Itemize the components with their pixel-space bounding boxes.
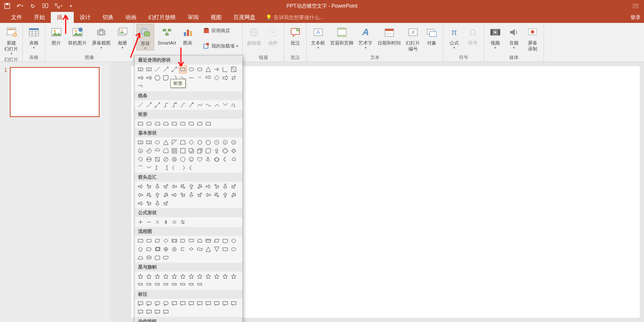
shape-block_arrows-22[interactable] <box>221 191 229 199</box>
tab-review[interactable]: 审阅 <box>182 12 205 23</box>
touch-mode-icon[interactable]: ▾ <box>53 1 63 11</box>
shape-block_arrows-0[interactable] <box>136 182 144 190</box>
shape-stars-14[interactable] <box>153 281 161 289</box>
shape-callouts-14[interactable] <box>153 308 161 316</box>
shape-flowchart-26[interactable] <box>153 254 161 262</box>
shape-recent-10[interactable] <box>221 65 229 73</box>
shape-recent-2[interactable] <box>153 65 161 73</box>
shape-flowchart-9[interactable] <box>213 237 221 245</box>
shape-lines-9[interactable] <box>213 101 221 109</box>
shape-lines-6[interactable] <box>187 101 195 109</box>
video-button[interactable]: 视频 ▾ <box>487 24 504 50</box>
shape-block_arrows-16[interactable] <box>170 191 178 199</box>
start-slideshow-icon[interactable] <box>41 1 50 11</box>
shape-basic-35[interactable] <box>230 155 238 163</box>
shape-basic-13[interactable] <box>145 147 153 155</box>
shape-lines-1[interactable] <box>145 101 153 109</box>
smartart-button[interactable]: SmartArt <box>156 24 178 46</box>
shape-recent-7[interactable] <box>196 65 204 73</box>
shape-stars-18[interactable] <box>187 281 195 289</box>
tab-slideshow[interactable]: 幻灯片放映 <box>142 12 182 23</box>
tab-baidu[interactable]: 百度网盘 <box>228 12 261 23</box>
shape-basic-19[interactable] <box>196 147 204 155</box>
shape-stars-7[interactable] <box>196 272 204 280</box>
shape-basic-3[interactable] <box>162 138 170 146</box>
shape-recent-12[interactable] <box>136 74 144 82</box>
shape-stars-2[interactable] <box>153 272 161 280</box>
shape-recent-22[interactable] <box>221 74 229 82</box>
tab-transitions[interactable]: 切换 <box>97 12 119 23</box>
shape-block_arrows-9[interactable] <box>213 182 221 190</box>
shape-callouts-8[interactable] <box>204 300 212 308</box>
shape-callouts-0[interactable] <box>136 300 144 308</box>
shape-flowchart-5[interactable] <box>179 237 187 245</box>
shape-basic-41[interactable] <box>179 164 187 172</box>
shape-rectangles-5[interactable] <box>179 120 187 128</box>
shape-rectangles-6[interactable] <box>187 120 195 128</box>
photo-album-button[interactable]: 相册 ▾ <box>114 24 131 50</box>
table-button[interactable]: 表格 ▾ <box>25 24 42 50</box>
shapes-dropdown-menu[interactable]: 最近使用的形状AA线条矩形基本形状AA781012箭头总汇公式形状流程图星与旗帜… <box>134 55 243 322</box>
shape-callouts-5[interactable] <box>179 300 187 308</box>
undo-icon[interactable]: ↶▾ <box>15 1 25 11</box>
shape-basic-16[interactable] <box>170 147 178 155</box>
shape-stars-11[interactable] <box>230 272 238 280</box>
shape-stars-1[interactable] <box>145 272 153 280</box>
shape-lines-2[interactable] <box>153 101 161 109</box>
tell-me-search[interactable]: 💡 告诉我您想要做什么... <box>266 12 324 23</box>
shape-basic-22[interactable] <box>221 147 229 155</box>
shape-block_arrows-6[interactable] <box>187 182 195 190</box>
shape-flowchart-4[interactable] <box>170 237 178 245</box>
shape-flowchart-0[interactable] <box>136 237 144 245</box>
online-pictures-button[interactable]: 联机图片 <box>67 24 89 46</box>
shape-basic-4[interactable] <box>170 138 178 146</box>
chart-button[interactable]: 图表 <box>179 24 196 46</box>
shape-basic-9[interactable]: 7 <box>213 138 221 146</box>
shape-callouts-12[interactable] <box>136 308 144 316</box>
my-addins-button[interactable]: 我的加载项 ▾ <box>201 42 240 50</box>
shape-basic-26[interactable] <box>153 155 161 163</box>
slide-number-button[interactable]: # 幻灯片 编号 <box>404 24 422 52</box>
shape-recent-11[interactable] <box>230 65 238 73</box>
shape-recent-23[interactable] <box>230 74 238 82</box>
shape-flowchart-7[interactable] <box>196 237 204 245</box>
shape-block_arrows-1[interactable] <box>145 182 153 190</box>
shape-stars-19[interactable] <box>196 281 204 289</box>
shape-recent-0[interactable]: A <box>136 65 144 73</box>
tab-design[interactable]: 设计 <box>74 12 97 23</box>
shape-block_arrows-26[interactable] <box>153 199 161 207</box>
shape-basic-24[interactable] <box>136 155 144 163</box>
shape-basic-0[interactable]: A <box>136 138 144 146</box>
shape-flowchart-8[interactable] <box>204 237 212 245</box>
shape-recent-15[interactable] <box>162 74 170 82</box>
shape-stars-0[interactable] <box>136 272 144 280</box>
comment-button[interactable]: 批注 <box>287 24 304 46</box>
shape-basic-39[interactable] <box>162 164 170 172</box>
shape-flowchart-22[interactable] <box>221 245 229 253</box>
shape-basic-29[interactable] <box>179 155 187 163</box>
shape-block_arrows-3[interactable] <box>162 182 170 190</box>
shape-basic-36[interactable] <box>136 164 144 172</box>
shape-flowchart-14[interactable] <box>153 245 161 253</box>
shape-basic-1[interactable]: A <box>145 138 153 146</box>
shape-block_arrows-12[interactable] <box>136 191 144 199</box>
shape-stars-16[interactable] <box>170 281 178 289</box>
shape-stars-17[interactable] <box>179 281 187 289</box>
store-button[interactable]: 应用商店 <box>201 26 240 35</box>
tab-view[interactable]: 视图 <box>205 12 228 23</box>
shape-basic-7[interactable] <box>196 138 204 146</box>
shape-block_arrows-7[interactable] <box>196 182 204 190</box>
screenshot-button[interactable]: 屏幕截图 ▾ <box>90 24 112 50</box>
shape-basic-10[interactable]: 8 <box>221 138 229 146</box>
shape-flowchart-19[interactable] <box>196 245 204 253</box>
slide-thumbnail-panel[interactable]: 1 <box>0 62 110 322</box>
shape-basic-37[interactable] <box>145 164 153 172</box>
shape-rectangles-3[interactable] <box>162 120 170 128</box>
shape-stars-5[interactable] <box>179 272 187 280</box>
shape-rectangles-2[interactable] <box>153 120 161 128</box>
shape-recent-24[interactable] <box>136 82 144 90</box>
shape-flowchart-27[interactable] <box>162 254 170 262</box>
shape-stars-4[interactable] <box>170 272 178 280</box>
tab-file[interactable]: 文件 <box>5 12 28 23</box>
shape-recent-20[interactable] <box>204 74 212 82</box>
